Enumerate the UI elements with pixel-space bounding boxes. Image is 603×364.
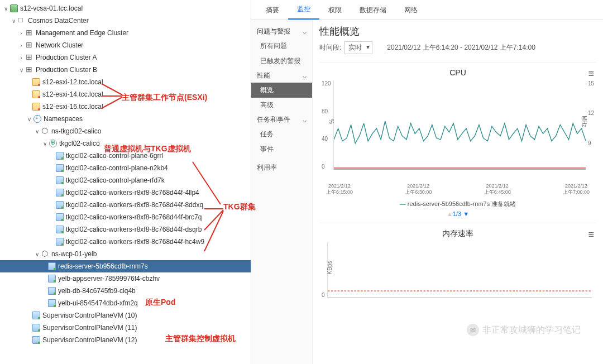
tree-supervisor-vm[interactable]: SupervisorControlPlaneVM (12) xyxy=(0,334,251,346)
tab-summary[interactable]: 摘要 xyxy=(257,1,288,20)
tree-cluster[interactable]: ›Network Cluster xyxy=(0,39,251,51)
vm-icon xyxy=(56,238,64,246)
monitor-sidebar: 问题与警报⌵ 所有问题 已触发的警报 性能⌵ 概览 高级 任务和事件⌵ 任务 事… xyxy=(251,20,313,364)
watermark: ✉非正常攻城狮的学习笔记 xyxy=(467,324,581,336)
tree-host[interactable]: s12-esxi-14.tcc.local xyxy=(0,88,251,100)
chevron-down-icon: ∨ xyxy=(10,17,17,24)
chart-title-memory: 内存速率 xyxy=(319,229,596,239)
tab-datastores[interactable]: 数据存储 xyxy=(351,1,395,20)
tree-vm[interactable]: tkgcl02-calico-workers-r8xf8-8c768d44f-4… xyxy=(0,186,251,199)
pod-icon xyxy=(48,299,56,307)
tree-cluster[interactable]: ›Management and Edge Cluster xyxy=(0,27,251,39)
side-utilization[interactable]: 利用率 xyxy=(251,160,312,175)
tree-label: SupervisorControlPlaneVM (11) xyxy=(42,324,137,332)
tree-label: tkgcl02-calico-control-plane-n2kb4 xyxy=(66,164,168,172)
tree-vm[interactable]: tkgcl02-calico-workers-r8xf8-8c768d44f-d… xyxy=(0,223,251,236)
side-advanced[interactable]: 高级 xyxy=(251,98,312,113)
tree-label: tkgcl02-calico-control-plane-6grrl xyxy=(66,152,163,160)
pod-icon xyxy=(48,275,56,282)
tree-label: Network Cluster xyxy=(36,41,83,49)
chevron-down-icon: ∨ xyxy=(41,140,48,147)
side-group-performance[interactable]: 性能⌵ xyxy=(251,69,312,83)
tree-label: Management and Edge Cluster xyxy=(36,29,128,37)
side-all-issues[interactable]: 所有问题 xyxy=(251,39,312,54)
tree-datacenter[interactable]: ∨Cosmos DataCenter xyxy=(0,15,251,27)
time-range-dropdown[interactable]: 实时 xyxy=(344,41,372,54)
tree-namespaces[interactable]: ∨Namespaces xyxy=(0,113,251,125)
mem-line-svg xyxy=(328,242,592,298)
tab-monitor[interactable]: 监控 xyxy=(288,0,319,20)
tree-cluster[interactable]: ›Production Cluster A xyxy=(0,51,251,64)
tree-label: SupervisorControlPlaneVM (12) xyxy=(42,336,137,344)
side-group-tasks[interactable]: 任务和事件⌵ xyxy=(251,113,312,127)
tree-vm[interactable]: tkgcl02-calico-control-plane-rfd7k xyxy=(0,174,251,186)
tree-vm[interactable]: tkgcl02-calico-control-plane-6grrl xyxy=(0,150,251,162)
tree-vm[interactable]: tkgcl02-calico-control-plane-n2kb4 xyxy=(0,162,251,174)
chevron-right-icon: › xyxy=(18,54,25,61)
y-label-left: KBps xyxy=(327,261,333,274)
tree-supervisor-vm[interactable]: SupervisorControlPlaneVM (10) xyxy=(0,309,251,322)
tree-pod[interactable]: yelb-appserver-78599976f4-cbzhv xyxy=(0,272,251,285)
wechat-icon: ✉ xyxy=(467,324,479,336)
side-group-issues[interactable]: 问题与警报⌵ xyxy=(251,25,312,39)
tree-label: s12-esxi-12.tcc.local xyxy=(42,78,103,86)
tree-namespace[interactable]: ∨ns-wcp-01-yelb xyxy=(0,248,251,260)
chevron-down-icon: ⌵ xyxy=(303,116,307,124)
tree-label: Production Cluster A xyxy=(36,54,97,61)
vm-icon xyxy=(32,312,40,319)
chevron-down-icon: ∨ xyxy=(2,5,9,12)
tree-supervisor-vm[interactable]: SupervisorControlPlaneVM (11) xyxy=(0,322,251,334)
tree-pod[interactable]: yelb-db-84c6745fb9-clq4b xyxy=(0,285,251,297)
tree-label: tkgcl02-calico-control-plane-rfd7k xyxy=(66,176,165,184)
inventory-tree[interactable]: ∨s12-vcsa-01.tcc.local ∨Cosmos DataCente… xyxy=(0,0,251,364)
tree-pod[interactable]: yelb-ui-8545474dbd-xfm2q xyxy=(0,297,251,309)
cpu-chart-plot[interactable]: % MHz xyxy=(333,80,586,170)
side-events[interactable]: 事件 xyxy=(251,142,312,157)
chart-title-cpu: CPU xyxy=(319,68,596,77)
tree-vcenter[interactable]: ∨s12-vcsa-01.tcc.local xyxy=(0,2,251,15)
tab-networks[interactable]: 网络 xyxy=(395,1,427,20)
side-head-label: 性能 xyxy=(257,71,270,80)
tree-cluster[interactable]: ∨Production Cluster B xyxy=(0,64,251,76)
vm-icon xyxy=(32,324,40,332)
cluster-icon xyxy=(26,54,34,61)
memory-chart-card: 内存速率 ≡ 0 KBps xyxy=(319,223,596,309)
tree-label: SupervisorControlPlaneVM (10) xyxy=(42,312,137,319)
tree-vm[interactable]: tkgcl02-calico-workers-r8xf8-8c768d44f-h… xyxy=(0,236,251,248)
tree-label: s12-vcsa-01.tcc.local xyxy=(20,4,83,12)
pager-prev[interactable]: ▲ xyxy=(447,210,453,217)
tree-label: Namespaces xyxy=(44,115,83,123)
time-label: 时间段: xyxy=(319,43,341,52)
tab-permissions[interactable]: 权限 xyxy=(319,1,351,20)
time-range-row: 时间段: 实时 2021/02/12 上午6:14:20 - 2021/02/1… xyxy=(319,41,596,54)
tree-host[interactable]: s12-esxi-16.tcc.local xyxy=(0,100,251,113)
vcenter-icon xyxy=(10,4,18,12)
pager-next[interactable]: ▼ xyxy=(463,210,469,217)
chart-menu-icon[interactable]: ≡ xyxy=(588,229,594,241)
namespace-icon xyxy=(41,127,49,135)
tree-vm[interactable]: tkgcl02-calico-workers-r8xf8-8c768d44f-8… xyxy=(0,199,251,211)
tree-pod-selected[interactable]: redis-server-5b956cdfb-rnm7s xyxy=(0,260,251,272)
tree-namespace[interactable]: ∨ns-tkgcl02-calico xyxy=(0,125,251,137)
tree-label: tkgcl02-calico-workers-r8xf8-8c768d44f-d… xyxy=(66,226,202,233)
legend-label: redis-server-5b956cdfb-rnm7s 准备就绪 xyxy=(408,200,516,207)
tree-host[interactable]: s12-esxi-12.tcc.local xyxy=(0,76,251,88)
side-tasks[interactable]: 任务 xyxy=(251,127,312,142)
vm-icon xyxy=(32,336,40,344)
chart-menu-icon[interactable]: ≡ xyxy=(588,68,594,80)
tree-tkg-cluster[interactable]: ∨tkgcl02-calico xyxy=(0,137,251,150)
tree-label: tkgcl02-calico-workers-r8xf8-8c768d44f-h… xyxy=(66,238,204,246)
vm-icon xyxy=(56,226,64,233)
tree-label: Cosmos DataCenter xyxy=(28,17,89,25)
chevron-down-icon: ∨ xyxy=(26,116,32,122)
tree-vm[interactable]: tkgcl02-calico-workers-r8xf8-8c768d44f-b… xyxy=(0,211,251,223)
side-overview[interactable]: 概览 xyxy=(251,83,312,98)
chevron-down-icon: ∨ xyxy=(34,128,40,135)
memory-chart-plot[interactable]: KBps xyxy=(327,242,592,298)
vm-icon xyxy=(56,213,64,221)
side-triggered-alarms[interactable]: 已触发的警报 xyxy=(251,54,312,69)
cluster-icon xyxy=(26,29,34,37)
tree-label: s12-esxi-16.tcc.local xyxy=(42,103,103,111)
tab-bar: 摘要 监控 权限 数据存储 网络 xyxy=(251,0,603,20)
tree-label: ns-tkgcl02-calico xyxy=(51,127,101,135)
